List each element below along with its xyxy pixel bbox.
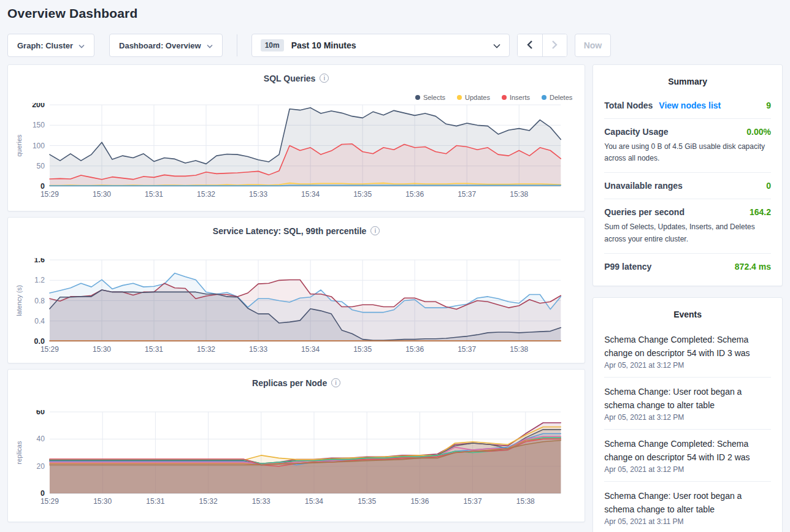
event-item[interactable]: Schema Change: User root began a schema … (604, 481, 771, 532)
time-range-badge: 10m (261, 39, 284, 51)
svg-text:60: 60 (36, 410, 45, 416)
summary-row-unavailable-ranges: Unavailable ranges 0 (604, 172, 771, 199)
toolbar: Graph: Cluster Dashboard: Overview 10m P… (7, 34, 783, 57)
series-areas (50, 423, 561, 493)
info-icon[interactable]: i (370, 226, 380, 235)
events-title: Events (604, 307, 771, 325)
service-latency-chart[interactable]: 0.00.40.81.21.615:2915:3015:3115:3215:33… (12, 258, 581, 355)
svg-text:0.4: 0.4 (34, 317, 45, 325)
time-prev-button[interactable] (518, 34, 542, 56)
svg-text:150: 150 (33, 121, 45, 129)
legend-item-updates[interactable]: Updates (457, 94, 490, 101)
svg-text:15:31: 15:31 (146, 497, 164, 506)
legend-item-selects[interactable]: Selects (415, 94, 445, 101)
svg-text:15:34: 15:34 (301, 345, 320, 354)
series-areas (50, 273, 561, 341)
capacity-usage-desc: You are using 0 B of 4.5 GiB usable disk… (604, 141, 771, 164)
event-timestamp: Apr 05, 2021 at 3:12 PM (604, 413, 771, 422)
overview-dashboard-page: Overview Dashboard Graph: Cluster Dashbo… (0, 0, 790, 57)
queries-per-second-value: 164.2 (750, 207, 771, 217)
chart-title: Service Latency: SQL, 99th percentilei (8, 226, 585, 236)
svg-text:15:35: 15:35 (353, 345, 372, 354)
svg-text:0: 0 (40, 182, 45, 191)
svg-text:15:29: 15:29 (40, 345, 59, 354)
legend-item-inserts[interactable]: Inserts (502, 94, 530, 101)
p99-latency-label: P99 latency (604, 262, 651, 272)
view-nodes-list-link[interactable]: View nodes list (659, 101, 721, 110)
graph-dropdown[interactable]: Graph: Cluster (7, 34, 94, 57)
svg-text:0: 0 (40, 489, 45, 498)
svg-text:20: 20 (37, 462, 45, 471)
dashboard-dropdown[interactable]: Dashboard: Overview (109, 34, 223, 57)
chevron-right-icon (551, 40, 558, 51)
svg-text:15:29: 15:29 (40, 190, 59, 199)
legend-dot-icon (542, 95, 546, 100)
event-message: Schema Change: User root began a schema … (604, 385, 771, 412)
time-next-button[interactable] (542, 34, 567, 56)
replicas-per-node-chart[interactable]: 020406015:2915:3015:3115:3215:3315:3415:… (12, 410, 581, 507)
total-nodes-value: 9 (766, 101, 771, 110)
event-timestamp: Apr 05, 2021 at 3:12 PM (604, 465, 771, 474)
summary-row-capacity-usage: Capacity Usage 0.00% You are using 0 B o… (604, 118, 771, 172)
now-button[interactable]: Now (575, 34, 612, 57)
chevron-down-icon (207, 41, 213, 50)
chevron-down-icon (79, 41, 85, 50)
svg-text:15:32: 15:32 (197, 190, 215, 199)
svg-text:15:31: 15:31 (145, 345, 163, 354)
summary-title: Summary (604, 74, 771, 93)
event-message: Schema Change Completed: Schema change o… (604, 333, 771, 360)
info-icon[interactable]: i (331, 378, 340, 387)
chart-canvas[interactable]: 0.00.40.81.21.615:2915:3015:3115:3215:33… (12, 258, 581, 355)
event-timestamp: Apr 05, 2021 at 3:11 PM (604, 517, 771, 526)
svg-text:15:34: 15:34 (305, 497, 323, 506)
event-item[interactable]: Schema Change: User root began a schema … (604, 377, 771, 429)
toolbar-divider (237, 34, 237, 56)
svg-text:15:37: 15:37 (458, 190, 476, 199)
sql-queries-chart[interactable]: 05010015020015:2915:3015:3115:3215:3315:… (12, 103, 581, 200)
legend-dot-icon (457, 95, 462, 100)
capacity-usage-label: Capacity Usage (604, 127, 668, 137)
svg-text:15:38: 15:38 (516, 497, 535, 506)
svg-text:15:35: 15:35 (353, 190, 372, 199)
total-nodes-label: Total Nodes (604, 101, 653, 110)
time-nav-group (517, 34, 567, 57)
dashboard-dropdown-label: Dashboard: Overview (119, 41, 201, 50)
svg-text:queries: queries (15, 134, 23, 157)
legend-dot-icon (415, 95, 420, 100)
svg-text:latency (s): latency (s) (15, 285, 23, 316)
service-latency-title: Service Latency: SQL, 99th percentile (213, 226, 367, 236)
event-item[interactable]: Schema Change Completed: Schema change o… (604, 325, 771, 377)
chevron-left-icon (527, 40, 533, 51)
event-message: Schema Change Completed: Schema change o… (604, 437, 771, 464)
series-areas (50, 108, 561, 186)
svg-text:15:30: 15:30 (93, 190, 111, 199)
charts-column: SQL Queriesi SelectsUpdatesInsertsDelete… (7, 64, 585, 522)
svg-text:15:36: 15:36 (405, 345, 424, 354)
info-icon[interactable]: i (320, 74, 329, 83)
svg-text:replicas: replicas (15, 441, 23, 464)
svg-text:0.0: 0.0 (34, 337, 45, 346)
time-range-label: Past 10 Minutes (291, 40, 493, 50)
svg-text:15:32: 15:32 (199, 497, 218, 506)
event-timestamp: Apr 05, 2021 at 3:12 PM (604, 361, 771, 370)
time-range-picker[interactable]: 10m Past 10 Minutes (251, 34, 510, 57)
chevron-down-icon (493, 40, 500, 51)
svg-text:15:37: 15:37 (458, 345, 476, 354)
svg-text:15:36: 15:36 (410, 497, 429, 506)
legend-item-deletes[interactable]: Deletes (542, 94, 572, 101)
svg-text:15:30: 15:30 (93, 345, 111, 354)
svg-text:15:36: 15:36 (405, 190, 424, 199)
summary-row-p99-latency: P99 latency 872.4 ms (604, 253, 771, 279)
svg-text:15:33: 15:33 (249, 345, 267, 354)
sql-queries-legend: SelectsUpdatesInsertsDeletes (415, 94, 572, 101)
svg-text:0.8: 0.8 (34, 297, 45, 305)
svg-text:50: 50 (37, 162, 45, 170)
chart-canvas[interactable]: 020406015:2915:3015:3115:3215:3315:3415:… (12, 410, 581, 507)
svg-text:15:33: 15:33 (249, 190, 267, 199)
chart-canvas[interactable]: 05010015020015:2915:3015:3115:3215:3315:… (12, 103, 581, 200)
summary-row-queries-per-second: Queries per second 164.2 Sum of Selects,… (604, 199, 771, 253)
event-item[interactable]: Schema Change Completed: Schema change o… (604, 429, 771, 481)
svg-text:15:30: 15:30 (93, 497, 112, 506)
svg-text:15:35: 15:35 (358, 497, 376, 506)
chart-title: Replicas per Nodei (8, 378, 585, 388)
